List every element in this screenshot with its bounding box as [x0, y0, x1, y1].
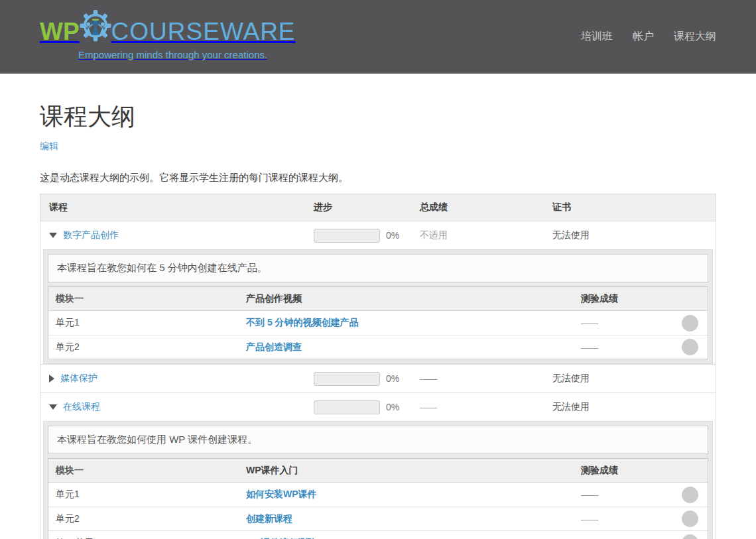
logo-courseware-text: COURSEWARE [111, 19, 296, 44]
course-row: 媒体保护 0% —— 无法使用 [40, 364, 716, 392]
outline-header-row: 课程 进步 总成绩 证书 [40, 194, 716, 221]
unit-link[interactable]: 不到 5 分钟的视频创建产品 [246, 317, 359, 328]
expand-arrow-icon[interactable] [49, 375, 54, 383]
course-row: 数字产品创作 0% 不适用 无法使用 [40, 221, 716, 249]
unit-row: 单元2 产品创造调查 —— [48, 335, 708, 359]
progress-bar [314, 372, 380, 386]
progress-bar [314, 229, 380, 243]
unit-label: 单元1 [48, 489, 246, 501]
unit-status-bullet-icon [682, 487, 698, 503]
unit-status-bullet-icon [682, 510, 698, 527]
unit-row: 单元1 如何安装WP课件 —— [48, 483, 708, 507]
course-detail: 本课程旨在教您如何使用 WP 课件创建课程。 模块一 WP课件入门 测验成绩 单… [43, 421, 713, 539]
unit-row: 单元1 不到 5 分钟的视频创建产品 —— [48, 311, 708, 335]
column-header-certificate: 证书 [552, 202, 716, 213]
module-title: WP课件入门 [246, 465, 581, 477]
progress-bar [314, 400, 380, 414]
unit-link[interactable]: 创建新课程 [246, 513, 292, 524]
course-link[interactable]: 媒体保护 [60, 373, 97, 385]
course-link[interactable]: 在线课程 [63, 401, 100, 413]
course-description: 本课程旨在教您如何使用 WP 课件创建课程。 [48, 426, 708, 454]
course-detail: 本课程旨在教您如何在 5 分钟内创建在线产品。 模块一 产品创作视频 测验成绩 … [43, 249, 713, 364]
progress-percent: 0% [386, 402, 399, 412]
module-header-row: 模块一 WP课件入门 测验成绩 [48, 459, 708, 483]
unit-status-bullet-icon [682, 315, 698, 331]
module-label: 模块一 [48, 465, 246, 477]
progress-percent: 0% [386, 230, 399, 241]
unit-label: 单元2 [48, 513, 246, 525]
unit-label: 单元1 [48, 317, 246, 329]
quiz-score-value: —— [581, 342, 597, 353]
quiz-score-value: —— [581, 318, 597, 328]
page-title: 课程大纲 [40, 103, 716, 130]
unit-status-bullet-icon [682, 339, 698, 355]
gear-people-icon [77, 10, 114, 48]
unit-link[interactable]: 如何安装WP课件 [246, 489, 317, 499]
module-title: 产品创作视频 [246, 293, 581, 305]
quiz-score-value: —— [581, 514, 597, 524]
site-header: WP [0, 0, 756, 74]
cumulative-grade: —— [420, 373, 552, 384]
quiz-score-header: 测验成绩 [581, 465, 708, 477]
unit-row: 单元2 创建新课程 —— [48, 507, 708, 530]
column-header-course: 课程 [40, 202, 314, 213]
nav-item-account[interactable]: 帐户 [633, 30, 654, 44]
course-link[interactable]: 数字产品创作 [63, 229, 119, 241]
certificate-status: 无法使用 [552, 401, 716, 413]
site-logo[interactable]: WP [40, 15, 296, 60]
main-content: 课程大纲 编辑 这是动态课程大纲的示例。它将显示学生注册的每门课程的课程大纲。 … [40, 103, 716, 539]
nav-item-classes[interactable]: 培训班 [581, 30, 613, 44]
progress-percent: 0% [386, 373, 399, 384]
unit-row: 第 3 单元 WP课件流行测验 —— [48, 530, 708, 539]
module-label: 模块一 [48, 293, 246, 305]
logo-wp-text: WP [40, 19, 80, 44]
quiz-score-value: —— [581, 489, 597, 500]
course-outline-table: 课程 进步 总成绩 证书 数字产品创作 0% 不适用 无法使用 本课程旨在教您如… [40, 194, 716, 539]
certificate-status: 无法使用 [552, 229, 716, 241]
logo-tagline: Empowering minds through your creations. [78, 49, 296, 60]
module-header-row: 模块一 产品创作视频 测验成绩 [48, 287, 708, 311]
column-header-grade: 总成绩 [420, 202, 552, 213]
module-table: 模块一 产品创作视频 测验成绩 单元1 不到 5 分钟的视频创建产品 —— 单元… [48, 286, 708, 359]
cumulative-grade: —— [420, 402, 552, 412]
certificate-status: 无法使用 [552, 373, 716, 385]
unit-link[interactable]: 产品创造调查 [246, 341, 302, 352]
main-nav: 培训班 帐户 课程大纲 [581, 30, 716, 44]
cumulative-grade: 不适用 [420, 229, 552, 241]
intro-text: 这是动态课程大纲的示例。它将显示学生注册的每门课程的课程大纲。 [40, 172, 716, 184]
collapse-arrow-icon[interactable] [49, 404, 57, 410]
nav-item-course-outline[interactable]: 课程大纲 [674, 30, 716, 44]
quiz-score-header: 测验成绩 [581, 293, 708, 305]
unit-label: 单元2 [48, 341, 246, 353]
edit-link[interactable]: 编辑 [40, 141, 58, 152]
unit-status-bullet-icon [682, 534, 698, 539]
course-row: 在线课程 0% —— 无法使用 [40, 392, 716, 421]
course-description: 本课程旨在教您如何在 5 分钟内创建在线产品。 [48, 254, 708, 282]
column-header-progress: 进步 [314, 202, 420, 213]
module-table: 模块一 WP课件入门 测验成绩 单元1 如何安装WP课件 —— 单元2 创建新课… [48, 458, 708, 539]
collapse-arrow-icon[interactable] [49, 233, 57, 238]
